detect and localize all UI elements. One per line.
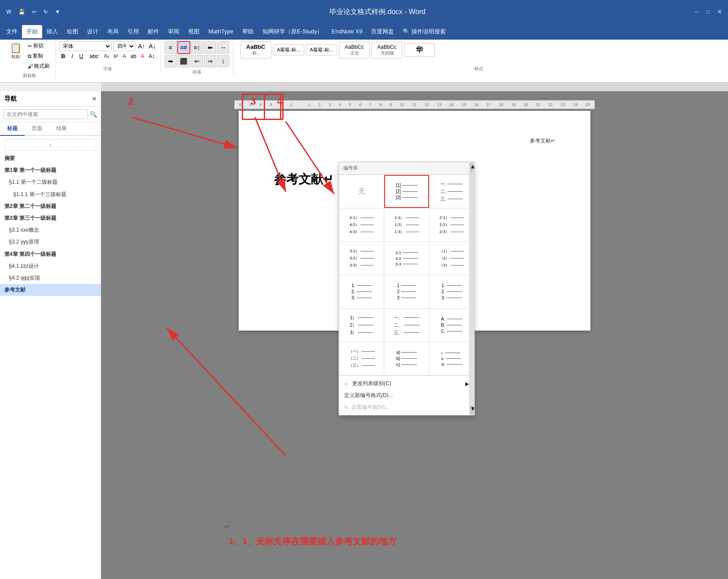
nav-item-abstract[interactable]: 摘要 xyxy=(0,153,101,164)
list-cell-3-2[interactable]: 3-1 3-2 3-3 xyxy=(384,242,429,275)
highlight-btn[interactable]: ab xyxy=(129,53,138,60)
scrollbar-down[interactable]: ▼ xyxy=(470,405,473,414)
font-expand-btn[interactable]: A↕ xyxy=(147,53,156,60)
dropdown-scrollbar[interactable]: ▲ ▼ xyxy=(469,162,474,415)
list-cell-plain1[interactable]: 1 2 3 xyxy=(384,275,429,308)
redo-btn[interactable]: ↻ xyxy=(42,8,50,16)
nav-item-s4-2[interactable]: §4.2 qqq实现 xyxy=(0,272,101,284)
nav-item-ch3[interactable]: 第3章 第三个一级标题 xyxy=(0,212,101,224)
menu-home[interactable]: 开始 xyxy=(22,25,42,38)
menu-mailings[interactable]: 邮件 xyxy=(143,25,164,38)
style-2[interactable]: A霉霉-标... xyxy=(306,44,337,55)
list-cell-1level[interactable]: 1-1） 1-2） 1-3） xyxy=(384,208,429,241)
document-area[interactable]: 6543211234567891011121314151617181920212… xyxy=(101,91,728,579)
scrollbar-up[interactable]: ▲ xyxy=(470,163,473,172)
copy-button[interactable]: ⧉ 复制 xyxy=(26,51,51,61)
nav-item-ch4[interactable]: 第4章 第四个一级标题 xyxy=(0,248,101,260)
nav-item-s3-1[interactable]: §3.1 xxx概念 xyxy=(0,224,101,236)
menu-mathtype[interactable]: MathType xyxy=(204,25,238,37)
font-color-btn2[interactable]: A xyxy=(139,53,146,60)
align-right-btn[interactable]: ➡ xyxy=(164,55,177,67)
menu-file[interactable]: 文件 xyxy=(2,25,22,38)
nav-item-s4-1[interactable]: §4.1 zzz设计 xyxy=(0,260,101,272)
align-center-btn[interactable]: ↔ xyxy=(217,41,229,54)
save-btn[interactable]: 💾 xyxy=(17,8,27,16)
font-name-select[interactable]: 宋体 xyxy=(59,41,112,51)
strikethrough-button[interactable]: abc xyxy=(87,52,101,60)
list-cell-paren1[interactable]: 1） 2） 3） xyxy=(339,309,384,342)
menu-view[interactable]: 视图 xyxy=(184,25,204,38)
menu-draw[interactable]: 绘图 xyxy=(62,25,83,38)
menu-insert[interactable]: 插入 xyxy=(42,25,62,38)
cut-button[interactable]: ✂ 剪切 xyxy=(26,41,51,51)
nav-item-refs[interactable]: 参考文献 xyxy=(0,284,101,296)
justify-btn[interactable]: ⬛ xyxy=(178,55,190,67)
menu-endnote[interactable]: EndNote X9 xyxy=(327,25,367,37)
minimize-btn[interactable]: ─ xyxy=(693,8,700,16)
nav-item-s3-2[interactable]: §3.2 yyy原理 xyxy=(0,236,101,248)
customize-btn[interactable]: ▼ xyxy=(53,8,62,16)
format-painter-button[interactable]: 🖌 格式刷 xyxy=(26,62,51,71)
undo-btn[interactable]: ↩ xyxy=(30,8,38,16)
font-color-btn[interactable]: A xyxy=(121,53,127,60)
menu-baidu[interactable]: 百度网盘 xyxy=(367,25,398,38)
nav-item-ch2[interactable]: 第2章 第二个一级标题 xyxy=(0,200,101,212)
list-cell-chinese-yi[interactable]: 一、 二、 三、 xyxy=(384,309,429,342)
list-cell-2level[interactable]: 2-1） 2-2） 2-3） xyxy=(430,208,474,241)
list-cell-none[interactable]: 无 xyxy=(339,175,384,208)
superscript-button[interactable]: X² xyxy=(112,53,120,59)
bold-button[interactable]: B xyxy=(59,52,67,60)
list-cell-chinese-nums[interactable]: 一. 二. 三. xyxy=(430,175,474,208)
define-new-btn[interactable]: 定义新编号格式(D)... xyxy=(339,390,474,401)
nav-tab-pages[interactable]: 页面 xyxy=(25,122,49,136)
list-cell-brackets[interactable]: （1） （2） （3） xyxy=(430,242,474,275)
list-cell-plain1-2[interactable]: 1. 2. 3. xyxy=(430,275,474,308)
list-cell-lower-a[interactable]: a) b) c) xyxy=(384,342,429,375)
font-size-select[interactable]: 四号 xyxy=(113,41,135,51)
style-nospace[interactable]: AaBbCc ·无间隔 xyxy=(371,42,402,58)
style-h1[interactable]: 华 xyxy=(404,43,435,57)
style-1[interactable]: A霉霉-标... xyxy=(273,44,304,55)
style-heading[interactable]: AaBbC ·标... xyxy=(240,41,271,58)
nav-item-ch1[interactable]: 第1章 第一个一级标题 xyxy=(0,164,101,176)
indent-right-btn[interactable]: ⇒ xyxy=(204,55,216,67)
nav-tab-headings[interactable]: 标题 xyxy=(0,122,25,136)
menu-help[interactable]: 帮助 xyxy=(238,25,258,38)
nav-tab-results[interactable]: 结果 xyxy=(49,122,74,136)
nav-item-s1-1[interactable]: §1.1 第一个二级标题 xyxy=(0,176,101,188)
list-cell-numbered[interactable]: [1] [2] [3] xyxy=(384,175,429,208)
style-normal[interactable]: AaBbCc ·正文 xyxy=(339,42,370,58)
list-cell-3-1[interactable]: 3-1） 3-2） 3-3） xyxy=(339,242,384,275)
close-btn[interactable]: ✕ xyxy=(716,8,724,16)
indent-left-btn[interactable]: ⇐ xyxy=(191,55,203,67)
list-cell-dot1[interactable]: 1. 2. 3. xyxy=(339,275,384,308)
menu-search[interactable]: 🔍 操作说明搜索 xyxy=(398,25,450,38)
list-cell-lower-i[interactable]: i. ii. iii. xyxy=(430,342,474,375)
menu-zhiwang[interactable]: 知网研学（原E-Study） xyxy=(258,25,327,38)
paste-button[interactable]: 📋 粘贴 xyxy=(7,41,24,62)
set-value-btn[interactable]: ✎ 设置编号值(V)... xyxy=(339,401,474,413)
nav-search-input[interactable] xyxy=(4,109,88,119)
subscript-button[interactable]: X₂ xyxy=(102,53,110,59)
list-cell-ABC[interactable]: A. B. C. xyxy=(430,309,474,342)
maximize-btn[interactable]: □ xyxy=(705,8,711,16)
decrease-font-btn[interactable]: A↓ xyxy=(148,42,157,51)
nav-search-icon[interactable]: 🔍 xyxy=(90,111,97,118)
underline-button[interactable]: U xyxy=(77,52,85,60)
italic-button[interactable]: I xyxy=(69,52,75,60)
menu-review[interactable]: 审阅 xyxy=(164,25,184,38)
menu-references[interactable]: 引用 xyxy=(123,25,143,38)
align-left-btn[interactable]: ⬅ xyxy=(204,41,216,54)
multilevel-button[interactable]: ≡↕ xyxy=(191,41,203,54)
nav-item-s1-1-1[interactable]: §1.1.1 第一个三级标题 xyxy=(0,189,101,200)
numbering-button[interactable]: ≡# xyxy=(178,41,190,54)
nav-close-btn[interactable]: × xyxy=(92,95,96,103)
spacing-btn[interactable]: ↕ xyxy=(217,55,229,67)
change-level-btn[interactable]: ← 更改列表级别(C) ▶ xyxy=(339,378,474,390)
bullets-button[interactable]: ≡ xyxy=(164,41,177,54)
list-cell-4level[interactable]: 4-1） 4-2） 4-3） xyxy=(339,208,384,241)
menu-layout[interactable]: 布局 xyxy=(103,25,123,38)
list-cell-fullparen1[interactable]: （一） （二） （三） xyxy=(339,342,384,375)
menu-design[interactable]: 设计 xyxy=(83,25,103,38)
increase-font-btn[interactable]: A↑ xyxy=(137,42,146,51)
